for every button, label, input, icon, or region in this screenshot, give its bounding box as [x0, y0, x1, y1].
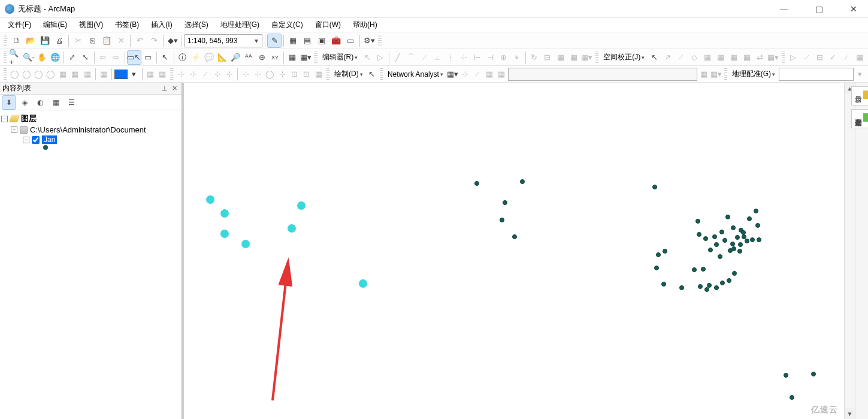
- toolbar-grip[interactable]: [724, 68, 727, 80]
- map-point[interactable]: [656, 252, 661, 257]
- toolbar-grip[interactable]: [4, 52, 7, 64]
- na-window-icon[interactable]: ▦▾: [447, 68, 458, 81]
- map-point[interactable]: [722, 238, 727, 243]
- search-window-icon[interactable]: ▣: [315, 34, 328, 47]
- map-point[interactable]: [757, 237, 761, 242]
- toolbar-grip[interactable]: [170, 68, 173, 80]
- georeferencing-layer-combo[interactable]: [779, 68, 854, 81]
- map-point[interactable]: [747, 216, 752, 221]
- arctoolbox-icon[interactable]: 🧰: [329, 34, 343, 47]
- draw-select-icon[interactable]: ↖: [367, 68, 377, 81]
- create-features-tab[interactable]: 创建要素: [851, 109, 869, 128]
- scroll-track[interactable]: [845, 94, 855, 408]
- map-point-selected[interactable]: [288, 224, 296, 233]
- map-point[interactable]: [654, 266, 659, 270]
- map-point[interactable]: [719, 230, 724, 234]
- map-point[interactable]: [697, 232, 701, 237]
- map-point[interactable]: [731, 225, 736, 230]
- map-point-selected[interactable]: [220, 209, 229, 218]
- zoom-in-icon[interactable]: 🔍+: [9, 51, 21, 64]
- map-point[interactable]: [714, 285, 719, 290]
- collapse-icon[interactable]: −: [1, 116, 8, 122]
- clear-selection-icon[interactable]: ▭: [142, 51, 154, 64]
- map-point-selected[interactable]: [297, 201, 306, 210]
- select-adj-icon[interactable]: ↖: [648, 51, 660, 64]
- network-dataset-combo[interactable]: [508, 68, 697, 81]
- map-point[interactable]: [741, 230, 746, 235]
- fill-color-dropdown-icon[interactable]: ▾: [129, 68, 140, 81]
- full-extent-icon[interactable]: 🌐: [49, 51, 61, 64]
- map-point[interactable]: [790, 395, 794, 400]
- map-point[interactable]: [701, 267, 706, 272]
- menu-help[interactable]: 帮助(H): [347, 18, 383, 32]
- map-point[interactable]: [474, 181, 479, 186]
- model-builder-icon[interactable]: ⚙▾: [362, 34, 376, 47]
- time-slider-icon[interactable]: ▦: [286, 51, 298, 64]
- close-panel-icon[interactable]: ✕: [170, 85, 179, 92]
- map-point[interactable]: [730, 242, 735, 246]
- map-point[interactable]: [679, 285, 684, 290]
- map-point-selected[interactable]: [206, 195, 214, 204]
- scroll-down-icon[interactable]: ▼: [845, 408, 855, 419]
- xy-icon[interactable]: XY: [269, 51, 281, 64]
- menu-customize[interactable]: 自定义(C): [266, 18, 309, 32]
- toolbar-grip[interactable]: [595, 52, 598, 64]
- network-analyst-menu[interactable]: Network Analyst▾: [385, 68, 446, 81]
- map-point[interactable]: [698, 284, 703, 289]
- map-point[interactable]: [712, 234, 717, 239]
- vertical-scrollbar[interactable]: ▲ ▼: [844, 83, 855, 419]
- toolbar-grip[interactable]: [4, 35, 7, 47]
- measure-icon[interactable]: 📐: [216, 51, 228, 64]
- list-by-source-icon[interactable]: ◈: [18, 96, 31, 109]
- map-point[interactable]: [704, 287, 709, 292]
- draw-menu[interactable]: 绘制(D)▾: [332, 68, 365, 81]
- list-by-drawing-order-icon[interactable]: ⬍: [2, 96, 16, 109]
- map-point-selected[interactable]: [220, 230, 229, 238]
- minimize-button[interactable]: ―: [775, 2, 794, 16]
- map-point[interactable]: [738, 242, 743, 247]
- map-point[interactable]: [720, 281, 725, 285]
- menu-file[interactable]: 文件(F): [2, 18, 37, 32]
- map-point[interactable]: [754, 209, 758, 213]
- map-point[interactable]: [784, 373, 788, 378]
- tree-datasource[interactable]: − C:\Users\Administrator\Document: [1, 125, 180, 135]
- toolbar-grip[interactable]: [4, 68, 7, 80]
- pin-icon[interactable]: ⊥: [160, 85, 170, 92]
- catalog-window-icon[interactable]: ▤: [301, 34, 314, 47]
- find-icon[interactable]: 🔎: [229, 51, 241, 64]
- map-point[interactable]: [695, 219, 700, 224]
- menu-window[interactable]: 窗口(W): [310, 18, 346, 32]
- options-icon[interactable]: ☰: [65, 96, 78, 109]
- map-point[interactable]: [663, 249, 667, 254]
- python-window-icon[interactable]: ▭: [344, 34, 357, 47]
- map-scale-combo[interactable]: ▾: [185, 34, 262, 47]
- new-doc-icon[interactable]: 🗋: [10, 34, 23, 47]
- map-point[interactable]: [692, 267, 697, 272]
- toolbar-grip[interactable]: [326, 68, 329, 80]
- spatial-adjustment-menu[interactable]: 空间校正(J)▾: [601, 51, 647, 64]
- menu-edit[interactable]: 编辑(E): [38, 18, 72, 32]
- map-point[interactable]: [703, 236, 708, 241]
- map-point[interactable]: [503, 200, 507, 205]
- map-point[interactable]: [750, 237, 755, 242]
- editor-menu[interactable]: 编辑器(R)▾: [320, 51, 361, 64]
- catalog-tab[interactable]: 目录: [851, 86, 869, 105]
- fixed-zoom-out-icon[interactable]: ⤡: [80, 51, 92, 64]
- map-point[interactable]: [708, 248, 713, 252]
- paste-icon[interactable]: 📋: [100, 34, 113, 47]
- toolbar-grip[interactable]: [380, 68, 383, 80]
- map-point[interactable]: [735, 235, 740, 240]
- toolbar-grip[interactable]: [782, 52, 785, 64]
- close-button[interactable]: ✕: [844, 2, 863, 16]
- tree-layer-jan[interactable]: − Jan: [1, 135, 180, 144]
- map-point[interactable]: [731, 246, 736, 251]
- toolbar-grip[interactable]: [378, 35, 382, 47]
- pan-icon[interactable]: ✋: [36, 51, 48, 64]
- map-point[interactable]: [500, 218, 504, 222]
- menu-bookmarks[interactable]: 书签(B): [110, 18, 144, 32]
- map-point[interactable]: [737, 249, 742, 254]
- tree-layer-symbol[interactable]: [1, 144, 180, 150]
- fixed-zoom-in-icon[interactable]: ⤢: [66, 51, 78, 64]
- toc-window-icon[interactable]: ▦: [286, 34, 300, 47]
- list-by-visibility-icon[interactable]: ◐: [34, 96, 47, 109]
